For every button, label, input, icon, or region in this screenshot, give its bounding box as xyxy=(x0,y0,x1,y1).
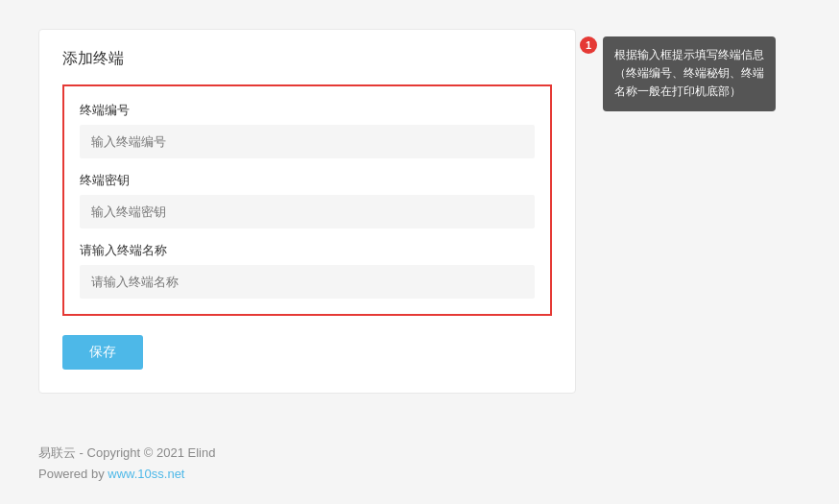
tooltip-box: 根据输入框提示填写终端信息（终端编号、终端秘钥、终端名称一般在打印机底部） xyxy=(603,36,776,111)
terminal-name-label: 请输入终端名称 xyxy=(80,242,535,259)
save-button[interactable]: 保存 xyxy=(62,335,143,370)
field-group-key: 终端密钥 xyxy=(80,172,535,228)
card-title: 添加终端 xyxy=(62,49,552,69)
field-group-number: 终端编号 xyxy=(80,102,535,158)
add-terminal-card: 添加终端 终端编号 终端密钥 请输入终端名称 保存 xyxy=(38,29,576,394)
powered-by-text: Powered by www.10ss.net xyxy=(38,464,801,485)
footer: 易联云 - Copyright © 2021 Elind Powered by … xyxy=(0,431,839,504)
main-content: 添加终端 终端编号 终端密钥 请输入终端名称 保存 1 根据输入框提示填写终端信… xyxy=(0,0,839,431)
terminal-key-label: 终端密钥 xyxy=(80,172,535,189)
powered-by-link[interactable]: www.10ss.net xyxy=(108,467,184,481)
tooltip-badge: 1 xyxy=(580,36,597,54)
terminal-name-input[interactable] xyxy=(80,265,535,299)
tooltip-container: 1 根据输入框提示填写终端信息（终端编号、终端秘钥、终端名称一般在打印机底部） xyxy=(591,36,776,111)
terminal-number-input[interactable] xyxy=(80,125,535,158)
terminal-number-label: 终端编号 xyxy=(80,102,535,119)
powered-by-label: Powered by xyxy=(38,467,108,481)
terminal-key-input[interactable] xyxy=(80,195,535,228)
field-group-name: 请输入终端名称 xyxy=(80,242,535,299)
copyright-text: 易联云 - Copyright © 2021 Elind xyxy=(38,443,801,464)
form-section: 终端编号 终端密钥 请输入终端名称 xyxy=(62,84,552,316)
